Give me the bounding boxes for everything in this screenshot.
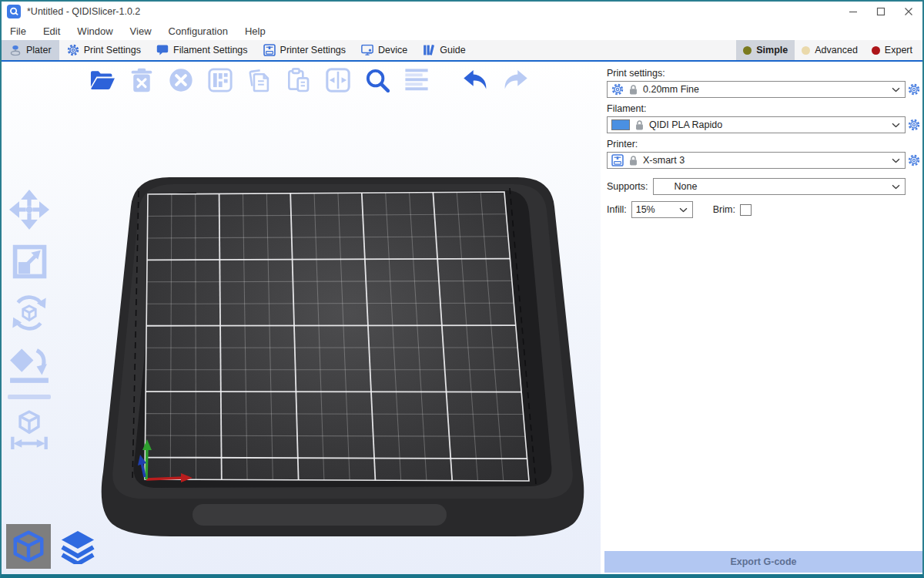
tab-device[interactable]: Device [353, 40, 415, 60]
tab-printer-settings[interactable]: Printer Settings [256, 40, 353, 60]
chevron-down-icon [892, 158, 900, 163]
chevron-down-icon [679, 207, 688, 213]
edit-printer-button[interactable] [906, 152, 922, 169]
menu-edit[interactable]: Edit [35, 25, 69, 37]
tab-print-settings[interactable]: Print Settings [59, 40, 149, 60]
export-gcode-button[interactable]: Export G-code [604, 551, 922, 573]
close-button[interactable] [895, 2, 922, 22]
copy-button[interactable] [245, 66, 274, 94]
place-on-face-button[interactable] [8, 343, 51, 386]
search-button[interactable] [363, 66, 392, 94]
mode-label: Simple [756, 45, 788, 55]
gizmo-toolbar [8, 188, 51, 451]
menubar: File Edit Window View Configuration Help [2, 22, 922, 40]
lock-icon [628, 155, 638, 166]
redo-button[interactable] [500, 66, 530, 94]
maximize-button[interactable] [867, 2, 895, 22]
tab-label: Guide [440, 45, 465, 55]
device-icon [361, 44, 373, 56]
gizmo-separator [8, 395, 51, 399]
supports-combobox[interactable]: None [653, 178, 906, 195]
mode-expert[interactable]: Expert [865, 40, 919, 60]
chevron-down-icon [892, 123, 900, 128]
scale-button[interactable] [8, 240, 51, 283]
expert-mode-dot-icon [872, 46, 880, 55]
filament-value: QIDI PLA Rapido [649, 119, 887, 130]
plater-icon [9, 44, 22, 56]
print-settings-label: Print settings: [607, 68, 922, 79]
tab-label: Plater [26, 45, 52, 55]
settings-panel: Print settings: 0.20mm Fine Filament: QI… [601, 62, 922, 574]
3d-editor-view-button[interactable] [6, 524, 51, 569]
printer-combobox[interactable]: X-smart 3 [607, 152, 906, 169]
brim-checkbox[interactable] [740, 204, 752, 216]
window-title: *Untitled - QIDISlicer-1.0.2 [27, 6, 140, 17]
supports-value: None [658, 181, 887, 192]
minimize-button[interactable] [839, 2, 867, 22]
advanced-mode-dot-icon [802, 46, 810, 55]
mode-advanced[interactable]: Advanced [795, 40, 865, 60]
menu-configuration[interactable]: Configuration [160, 25, 236, 37]
tab-guide[interactable]: Guide [415, 40, 473, 60]
simple-mode-dot-icon [743, 46, 752, 55]
gear-icon [611, 83, 624, 96]
tabbar: Plater Print Settings Filament Settings … [2, 40, 922, 62]
delete-button[interactable] [127, 66, 156, 94]
infill-combobox[interactable]: 15% [631, 201, 693, 218]
mode-selector: Simple Advanced Expert [736, 40, 922, 60]
menu-file[interactable]: File [2, 25, 35, 37]
filament-label: Filament: [607, 103, 922, 114]
tab-label: Printer Settings [280, 45, 346, 55]
tab-label: Print Settings [84, 45, 141, 55]
rotate-button[interactable] [8, 291, 51, 334]
infill-label: Infill: [607, 204, 627, 215]
titlebar: *Untitled - QIDISlicer-1.0.2 [2, 2, 922, 22]
filament-icon [156, 44, 169, 56]
mode-label: Expert [885, 45, 912, 55]
menu-window[interactable]: Window [69, 25, 121, 37]
tab-plater[interactable]: Plater [2, 40, 59, 60]
layers-preview-view-button[interactable] [55, 524, 100, 569]
split-button[interactable] [323, 66, 353, 94]
lock-icon [628, 84, 638, 95]
tab-label: Device [378, 45, 407, 55]
chevron-down-icon [892, 184, 900, 190]
printer-label: Printer: [607, 139, 922, 150]
gear-icon [67, 44, 79, 56]
supports-label: Supports: [607, 181, 648, 192]
mode-simple[interactable]: Simple [736, 40, 795, 60]
menu-view[interactable]: View [122, 25, 160, 37]
variable-layer-height-button[interactable] [402, 66, 431, 94]
paste-button[interactable] [284, 66, 313, 94]
edit-filament-button[interactable] [906, 116, 922, 133]
3d-viewport[interactable] [2, 62, 601, 574]
lock-icon [634, 119, 644, 130]
delete-all-button[interactable] [166, 66, 196, 94]
print-settings-combobox[interactable]: 0.20mm Fine [607, 81, 906, 98]
open-button[interactable] [88, 66, 117, 94]
printer-icon [263, 44, 276, 56]
tab-filament-settings[interactable]: Filament Settings [149, 40, 256, 60]
move-button[interactable] [8, 188, 51, 231]
filament-combobox[interactable]: QIDI PLA Rapido [607, 116, 906, 133]
undo-button[interactable] [461, 66, 490, 94]
menu-help[interactable]: Help [236, 25, 274, 37]
brim-label: Brim: [713, 204, 735, 215]
print-settings-value: 0.20mm Fine [643, 84, 887, 95]
viewport-toolbar [88, 66, 530, 94]
chevron-down-icon [892, 87, 900, 92]
tab-label: Filament Settings [173, 45, 248, 55]
mode-label: Advanced [815, 45, 858, 55]
printer-value: X-smart 3 [643, 155, 887, 166]
app-window: *Untitled - QIDISlicer-1.0.2 File Edit W… [0, 0, 924, 578]
printer-icon [611, 154, 624, 166]
filament-color-swatch [611, 119, 630, 130]
main-area: Print settings: 0.20mm Fine Filament: QI… [2, 62, 922, 574]
edit-print-settings-button[interactable] [906, 81, 922, 98]
measure-button[interactable] [8, 408, 51, 451]
arrange-button[interactable] [206, 66, 235, 94]
view-switch [6, 524, 100, 569]
app-logo-icon [7, 5, 21, 18]
guide-icon [423, 44, 435, 56]
print-bed-render [85, 174, 601, 549]
